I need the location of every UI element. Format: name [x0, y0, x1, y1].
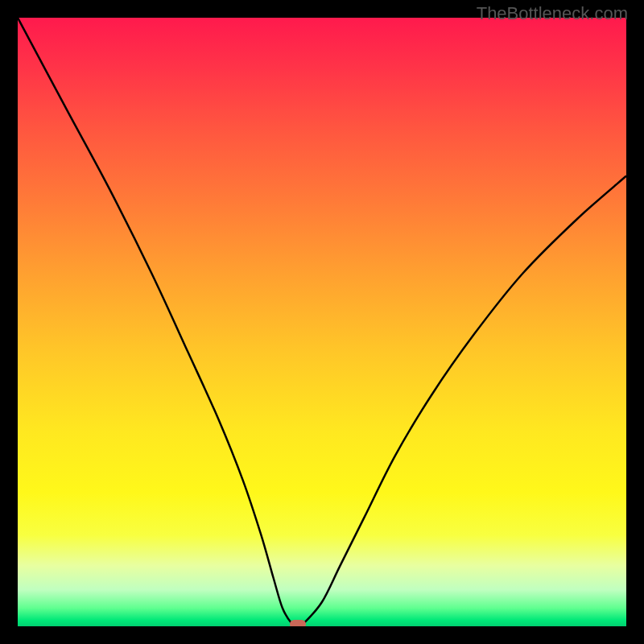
- bottleneck-curve: [18, 18, 626, 626]
- optimum-marker: [290, 620, 306, 626]
- plot-area: [18, 18, 626, 626]
- watermark-text: TheBottleneck.com: [477, 3, 628, 24]
